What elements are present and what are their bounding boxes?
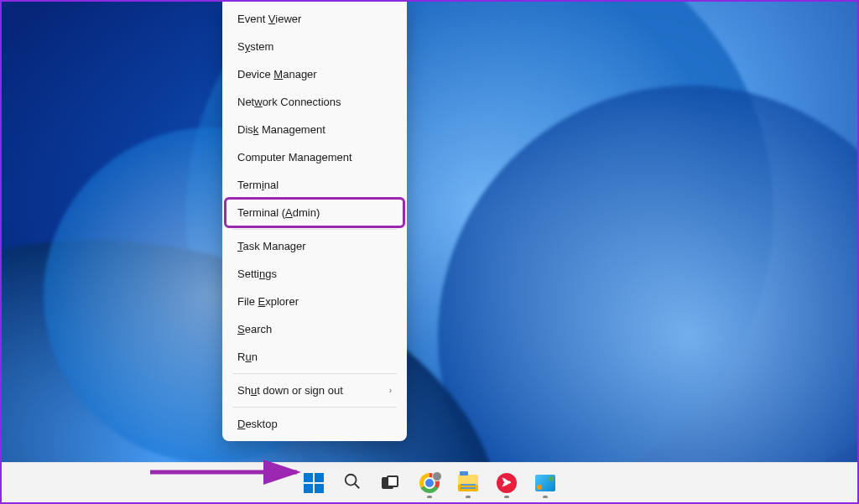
search-icon xyxy=(343,472,362,494)
menu-item-label: Computer Management xyxy=(237,151,352,164)
menu-item-terminal[interactable]: Terminal xyxy=(226,171,403,199)
svg-point-2 xyxy=(346,474,357,485)
desktop-wallpaper: Event ViewerSystemDevice ManagerNetwork … xyxy=(2,2,857,502)
menu-item-terminal-admin[interactable]: Terminal (Admin) xyxy=(226,199,403,226)
menu-item-event-viewer[interactable]: Event Viewer xyxy=(226,5,403,33)
menu-item-disk-management[interactable]: Disk Management xyxy=(226,116,403,143)
menu-item-system[interactable]: System xyxy=(226,33,403,60)
running-indicator xyxy=(543,496,548,498)
annotation-arrow xyxy=(146,460,314,488)
menu-item-label: Event Viewer xyxy=(237,13,301,25)
menu-item-label: Task Manager xyxy=(237,240,306,252)
menu-item-shutdown[interactable]: Shut down or sign out› xyxy=(226,377,403,404)
search-button[interactable] xyxy=(336,466,369,500)
menu-item-label: Terminal (Admin) xyxy=(237,206,320,219)
menu-item-network-connections[interactable]: Network Connections xyxy=(226,88,403,116)
menu-item-label: Search xyxy=(237,323,272,335)
menu-item-label: Run xyxy=(237,351,258,363)
menu-item-label: Network Connections xyxy=(237,96,341,108)
menu-item-device-manager[interactable]: Device Manager xyxy=(226,60,403,88)
taskbar: ⮞ xyxy=(2,462,857,502)
menu-item-label: Device Manager xyxy=(237,68,317,81)
winx-context-menu: Event ViewerSystemDevice ManagerNetwork … xyxy=(222,2,407,441)
chrome-icon xyxy=(419,473,440,493)
running-indicator xyxy=(504,496,509,498)
menu-item-file-explorer[interactable]: File Explorer xyxy=(226,288,403,315)
menu-item-task-manager[interactable]: Task Manager xyxy=(226,232,403,260)
running-indicator xyxy=(466,496,471,498)
menu-item-computer-management[interactable]: Computer Management xyxy=(226,143,403,171)
menu-item-label: Settings xyxy=(237,268,277,280)
menu-item-label: Disk Management xyxy=(237,123,325,136)
menu-item-label: System xyxy=(237,40,273,53)
menu-item-label: Terminal xyxy=(237,179,279,191)
menu-item-search[interactable]: Search xyxy=(226,315,403,343)
folder-icon xyxy=(458,475,478,491)
menu-separator xyxy=(232,373,397,374)
menu-separator xyxy=(232,229,397,230)
file-explorer-button[interactable] xyxy=(451,466,485,500)
app-icon: ⮞ xyxy=(497,473,517,493)
menu-item-run[interactable]: Run xyxy=(226,343,403,371)
menu-item-label: Desktop xyxy=(237,418,278,430)
profile-badge-icon xyxy=(432,471,442,481)
chrome-button[interactable] xyxy=(413,466,446,500)
chevron-right-icon: › xyxy=(389,386,392,395)
menu-item-desktop[interactable]: Desktop xyxy=(226,410,403,438)
menu-item-settings[interactable]: Settings xyxy=(226,260,403,288)
menu-item-label: File Explorer xyxy=(237,295,299,308)
menu-item-label: Shut down or sign out xyxy=(237,384,343,397)
control-panel-button[interactable] xyxy=(528,466,562,500)
task-view-button[interactable] xyxy=(374,466,408,500)
running-indicator xyxy=(427,496,432,498)
control-panel-icon xyxy=(535,475,555,491)
svg-line-3 xyxy=(355,483,360,488)
menu-separator xyxy=(232,407,397,408)
task-view-icon xyxy=(382,475,400,491)
app-button[interactable]: ⮞ xyxy=(490,466,523,500)
